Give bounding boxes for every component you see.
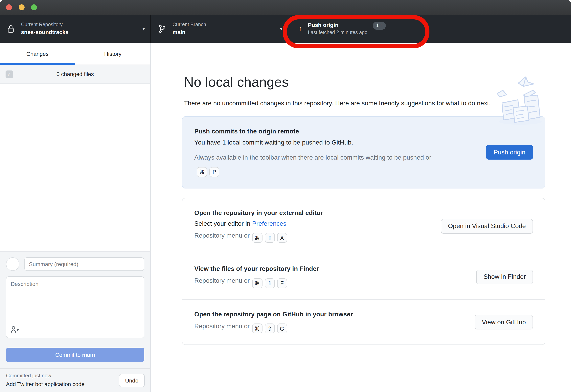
check-icon: ✓ xyxy=(7,71,12,77)
shift-key: ⇧ xyxy=(265,324,275,334)
undo-button[interactable]: Undo xyxy=(119,374,145,387)
f-key: F xyxy=(277,278,287,288)
sidebar: Changes History ✓ 0 changed files xyxy=(0,43,151,392)
content: Changes History ✓ 0 changed files xyxy=(0,43,571,392)
tab-history[interactable]: History xyxy=(75,43,150,65)
view-on-github-button[interactable]: View on GitHub xyxy=(475,315,533,329)
current-branch-name: main xyxy=(172,29,206,36)
suggestion-row-github: Open the repository page on GitHub in yo… xyxy=(182,299,545,345)
chevron-down-icon: ▾ xyxy=(280,26,282,31)
commit-to-branch-button[interactable]: Commit to main xyxy=(6,348,144,362)
paper-stack-illustration xyxy=(497,74,544,126)
titlebar xyxy=(0,0,571,15)
suggestions-card: Open the repository in your external edi… xyxy=(182,198,545,345)
sidebar-tabs: Changes History xyxy=(0,43,150,65)
row-title: Open the repository in your external edi… xyxy=(194,210,430,217)
ahead-commits-badge: 1 ↑ xyxy=(373,22,386,30)
suggestion-row-external-editor: Open the repository in your external edi… xyxy=(182,198,545,254)
close-button[interactable] xyxy=(6,4,12,10)
changed-files-count: 0 changed files xyxy=(57,71,94,77)
row-title: Open the repository page on GitHub in yo… xyxy=(194,311,464,318)
commit-summary-input[interactable] xyxy=(24,257,144,271)
current-repository-label: Current Repository xyxy=(21,22,69,28)
open-in-editor-button[interactable]: Open in Visual Studio Code xyxy=(441,219,533,233)
current-repository-dropdown[interactable]: Current Repository snes-soundtracks ▾ xyxy=(0,15,151,43)
commit-form: Commit to main xyxy=(0,252,150,368)
p-key: P xyxy=(209,167,219,177)
show-in-finder-button[interactable]: Show in Finder xyxy=(476,269,533,284)
current-repository-name: snes-soundtracks xyxy=(21,29,69,36)
page-subtitle: There are no uncommitted changes in this… xyxy=(184,98,513,109)
changed-files-header: ✓ 0 changed files xyxy=(0,65,150,84)
lock-icon xyxy=(6,24,15,34)
a-key: A xyxy=(277,233,287,243)
arrow-up-icon: ↑ xyxy=(299,25,302,33)
push-origin-button[interactable]: Push origin xyxy=(486,145,533,160)
push-origin-toolbar-button[interactable]: ↑ Push origin Last fetched 2 minutes ago… xyxy=(288,15,436,43)
chevron-down-icon: ▾ xyxy=(143,26,145,31)
current-branch-dropdown[interactable]: Current Branch main ▾ xyxy=(151,15,288,43)
push-suggestion-card: Push commits to the origin remote You ha… xyxy=(182,116,545,188)
undo-commit-bar: Committed just now Add Twitter bot appli… xyxy=(0,368,150,392)
row-title: View the files of your repository in Fin… xyxy=(194,266,465,273)
push-origin-subtitle: Last fetched 2 minutes ago xyxy=(308,30,367,36)
push-card-body: You have 1 local commit waiting to be pu… xyxy=(194,139,475,146)
changes-list-empty xyxy=(0,84,150,252)
g-key: G xyxy=(277,324,287,334)
main-panel: No local changes There are no uncommitte… xyxy=(151,43,571,392)
cmd-key: ⌘ xyxy=(252,278,262,288)
cmd-key: ⌘ xyxy=(197,167,207,177)
suggestion-row-finder: View the files of your repository in Fin… xyxy=(182,254,545,299)
push-card-hint: Always available in the toolbar when the… xyxy=(194,152,432,177)
commit-description-input[interactable] xyxy=(6,276,144,338)
push-origin-title: Push origin xyxy=(308,22,367,29)
avatar xyxy=(6,257,19,271)
cmd-key: ⌘ xyxy=(252,324,262,334)
github-desktop-window: Current Repository snes-soundtracks ▾ Cu… xyxy=(0,0,571,392)
preferences-link[interactable]: Preferences xyxy=(252,220,286,227)
current-branch-label: Current Branch xyxy=(172,22,206,28)
tab-changes[interactable]: Changes xyxy=(0,43,75,65)
shift-key: ⇧ xyxy=(265,233,275,243)
toolbar: Current Repository snes-soundtracks ▾ Cu… xyxy=(0,15,571,43)
add-coauthor-icon[interactable] xyxy=(10,325,19,335)
push-card-title: Push commits to the origin remote xyxy=(194,128,475,135)
cmd-key: ⌘ xyxy=(252,233,262,243)
zoom-button[interactable] xyxy=(31,4,37,10)
git-branch-icon xyxy=(158,24,166,34)
select-all-checkbox[interactable]: ✓ xyxy=(6,70,13,78)
shift-key: ⇧ xyxy=(265,278,275,288)
minimize-button[interactable] xyxy=(19,4,25,10)
